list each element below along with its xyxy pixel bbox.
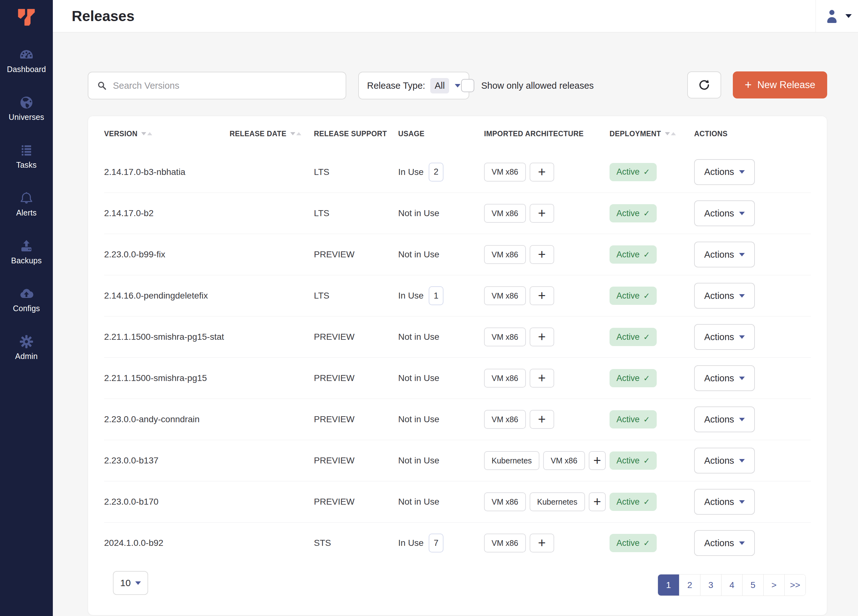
column-header[interactable]: VERSION <box>104 130 230 138</box>
sort-icons[interactable] <box>141 132 152 135</box>
deployment-status-label: Active <box>617 456 640 466</box>
deployment-status-badge[interactable]: Active ✓ <box>609 534 657 552</box>
deployment-status-badge[interactable]: Active ✓ <box>609 328 657 346</box>
actions-button[interactable]: Actions <box>694 283 755 309</box>
architecture-chip[interactable]: VM x86 <box>484 204 526 223</box>
usage-count-badge[interactable]: 1 <box>429 286 443 305</box>
architecture-chip[interactable]: VM x86 <box>484 163 526 182</box>
yugabyte-logo[interactable] <box>0 0 53 26</box>
pagination-page-5[interactable]: 5 <box>742 574 763 596</box>
table-body: 2.14.17.0-b3-nbhatia LTS In Use 2 VM x86… <box>88 151 827 563</box>
usage-count-badge[interactable]: 2 <box>429 163 443 182</box>
new-release-button[interactable]: + New Release <box>733 72 827 98</box>
column-header[interactable]: IMPORTED ARCHITECTURE <box>484 130 609 138</box>
chevron-down-icon <box>739 541 745 545</box>
deployment-status-badge[interactable]: Active ✓ <box>609 163 657 181</box>
actions-button[interactable]: Actions <box>694 242 755 268</box>
actions-button[interactable]: Actions <box>694 324 755 350</box>
release-type-filter[interactable]: Release Type: All <box>358 72 469 100</box>
pagination-last[interactable]: >> <box>784 574 805 596</box>
architecture-chip[interactable]: Kubernetes <box>530 492 585 511</box>
architecture-chip[interactable]: VM x86 <box>484 492 526 511</box>
deployment-status-badge[interactable]: Active ✓ <box>609 369 657 387</box>
architecture-chip[interactable]: Kubernetes <box>484 451 539 470</box>
deployment-status-badge[interactable]: Active ✓ <box>609 246 657 264</box>
pagination-page-4[interactable]: 4 <box>721 574 742 596</box>
actions-label: Actions <box>704 456 734 466</box>
column-header[interactable]: ACTIONS <box>694 130 811 138</box>
deployment-status-badge[interactable]: Active ✓ <box>609 451 657 470</box>
pagination-next[interactable]: > <box>763 574 784 596</box>
actions-button[interactable]: Actions <box>694 159 755 185</box>
user-menu[interactable] <box>825 0 852 32</box>
sidebar-item-alerts[interactable]: Alerts <box>0 191 53 222</box>
check-icon: ✓ <box>644 415 650 424</box>
actions-button[interactable]: Actions <box>694 365 755 391</box>
add-architecture-button[interactable]: + <box>530 286 554 305</box>
pagination-page-1[interactable]: 1 <box>658 574 679 596</box>
sort-desc-icon <box>290 132 295 135</box>
actions-button[interactable]: Actions <box>694 201 755 226</box>
column-header[interactable]: RELEASE SUPPORT <box>314 130 398 138</box>
sidebar: Dashboard Universes Tasks <box>0 0 53 616</box>
deployment-status-badge[interactable]: Active ✓ <box>609 410 657 428</box>
add-architecture-button[interactable]: + <box>530 204 554 223</box>
search-input[interactable] <box>113 81 337 91</box>
release-version: 2.21.1.1500-smishra-pg15 <box>104 373 207 383</box>
refresh-button[interactable] <box>687 72 721 98</box>
page-size-select[interactable]: 10 <box>113 571 148 595</box>
search-box <box>88 72 346 100</box>
sort-desc-icon <box>141 132 146 135</box>
architecture-chip[interactable]: VM x86 <box>484 369 526 387</box>
sidebar-item-universes[interactable]: Universes <box>0 95 53 126</box>
actions-button[interactable]: Actions <box>694 530 755 556</box>
column-header[interactable]: RELEASE DATE <box>230 130 314 138</box>
show-allowed-checkbox[interactable] <box>461 79 474 92</box>
deployment-status-badge[interactable]: Active ✓ <box>609 204 657 222</box>
sidebar-item-admin[interactable]: Admin <box>0 334 53 366</box>
add-architecture-button[interactable]: + <box>530 534 554 552</box>
add-architecture-button[interactable]: + <box>530 410 554 429</box>
usage-count-badge[interactable]: 7 <box>429 534 443 552</box>
architecture-chips: VM x86 <box>484 328 530 346</box>
architecture-chip[interactable]: VM x86 <box>484 534 526 552</box>
search-icon <box>96 80 107 91</box>
table-row: 2.21.1.1500-smishra-pg15 PREVIEW Not in … <box>104 358 811 398</box>
sidebar-item-dashboard[interactable]: Dashboard <box>0 47 53 79</box>
actions-button[interactable]: Actions <box>694 448 755 473</box>
architecture-chip[interactable]: VM x86 <box>484 410 526 429</box>
actions-button[interactable]: Actions <box>694 406 755 432</box>
sort-icons[interactable] <box>665 132 676 135</box>
pagination-bar: 10 12345>>> <box>88 563 827 615</box>
top-header: Releases <box>53 0 858 33</box>
add-architecture-button[interactable]: + <box>530 245 554 264</box>
architecture-chip[interactable]: VM x86 <box>484 328 526 346</box>
architecture-chip[interactable]: VM x86 <box>484 286 526 305</box>
add-architecture-button[interactable]: + <box>530 163 554 182</box>
pagination-page-3[interactable]: 3 <box>700 574 721 596</box>
actions-label: Actions <box>704 208 734 219</box>
column-header[interactable]: DEPLOYMENT <box>609 130 694 138</box>
add-architecture-button[interactable]: + <box>589 492 606 511</box>
check-icon: ✓ <box>644 538 650 548</box>
deployment-status-badge[interactable]: Active ✓ <box>609 286 657 305</box>
sidebar-item-label: Configs <box>13 304 40 313</box>
add-architecture-button[interactable]: + <box>530 328 554 346</box>
check-icon: ✓ <box>644 374 650 383</box>
add-architecture-button[interactable]: + <box>530 369 554 387</box>
actions-button[interactable]: Actions <box>694 489 755 515</box>
sidebar-item-tasks[interactable]: Tasks <box>0 143 53 174</box>
add-architecture-button[interactable]: + <box>589 451 606 470</box>
architecture-chip[interactable]: VM x86 <box>543 451 585 470</box>
column-header[interactable]: USAGE <box>398 130 484 138</box>
release-version: 2.14.17.0-b2 <box>104 208 154 218</box>
sort-icons[interactable] <box>290 132 301 135</box>
sidebar-item-configs[interactable]: Configs <box>0 286 53 318</box>
header-divider <box>816 0 816 32</box>
refresh-icon <box>698 79 710 91</box>
architecture-chip[interactable]: VM x86 <box>484 245 526 264</box>
main-content: Release Type: All Show only allowed rele… <box>53 33 858 616</box>
pagination-page-2[interactable]: 2 <box>679 574 700 596</box>
deployment-status-badge[interactable]: Active ✓ <box>609 493 657 511</box>
sidebar-item-backups[interactable]: Backups <box>0 238 53 270</box>
